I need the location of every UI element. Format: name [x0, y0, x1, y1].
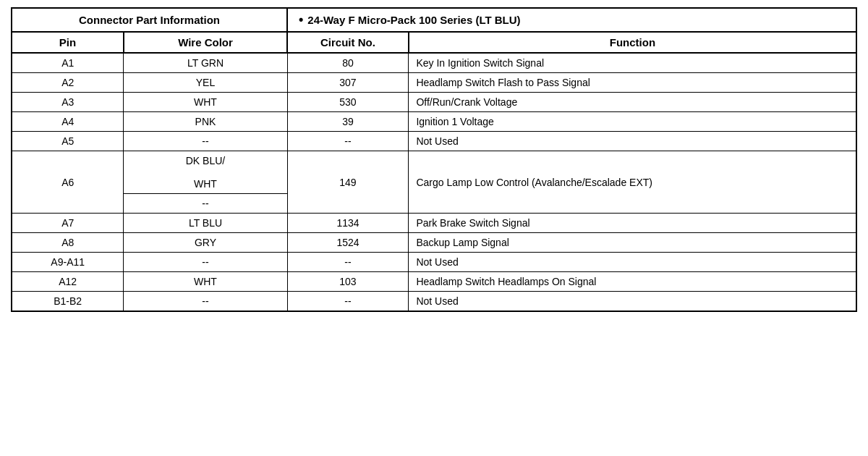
function-cell: Park Brake Switch Signal [409, 214, 856, 233]
circuit-no-cell: -- [287, 132, 409, 151]
table-row: A8GRY1524Backup Lamp Signal [12, 233, 856, 253]
table-row: A6DK BLU/WHT149Cargo Lamp Low Control (A… [12, 151, 856, 194]
table-row: B1-B2----Not Used [12, 292, 856, 312]
circuit-no-cell: 39 [287, 112, 409, 132]
circuit-no-cell: -- [287, 292, 409, 312]
circuit-no-column-header: Circuit No. [287, 32, 409, 53]
function-cell: Ignition 1 Voltage [409, 112, 856, 132]
wire-color-cell: WHT [124, 272, 287, 292]
wire-color-cell: LT BLU [124, 214, 287, 233]
pin-cell: A8 [12, 233, 124, 253]
wire-color-cell: DK BLU/WHT [124, 151, 287, 194]
function-cell: Not Used [409, 292, 856, 312]
wire-color-cell: GRY [124, 233, 287, 253]
wire-color-cell: -- [124, 292, 287, 312]
wire-color-column-header: Wire Color [124, 32, 287, 53]
pin-cell: A6 [12, 151, 124, 214]
function-cell: Headlamp Switch Flash to Pass Signal [409, 73, 856, 93]
table-row: A4PNK39Ignition 1 Voltage [12, 112, 856, 132]
wire-color-cell: -- [124, 253, 287, 272]
circuit-no-cell: 1134 [287, 214, 409, 233]
pin-cell: A3 [12, 93, 124, 112]
connector-table: Connector Part Information • 24-Way F Mi… [11, 7, 857, 312]
circuit-no-cell: 307 [287, 73, 409, 93]
table-row: A2YEL307Headlamp Switch Flash to Pass Si… [12, 73, 856, 93]
pin-cell: A5 [12, 132, 124, 151]
connector-part-info-header: Connector Part Information [12, 8, 287, 32]
function-cell: Cargo Lamp Low Control (Avalanche/Escala… [409, 151, 856, 214]
circuit-no-cell: -- [287, 253, 409, 272]
wire-color-cell: YEL [124, 73, 287, 93]
table-row: A12WHT103Headlamp Switch Headlamps On Si… [12, 272, 856, 292]
table-row: A9-A11----Not Used [12, 253, 856, 272]
circuit-no-cell: 1524 [287, 233, 409, 253]
column-headers-row: Pin Wire Color Circuit No. Function [12, 32, 856, 53]
circuit-no-cell: 149 [287, 151, 409, 214]
pin-cell: A12 [12, 272, 124, 292]
function-cell: Key In Ignition Switch Signal [409, 53, 856, 73]
circuit-no-cell: 103 [287, 272, 409, 292]
table-row: A5----Not Used [12, 132, 856, 151]
function-column-header: Function [409, 32, 856, 53]
function-cell: Backup Lamp Signal [409, 233, 856, 253]
top-header-row: Connector Part Information • 24-Way F Mi… [12, 8, 856, 32]
wire-color-cell: PNK [124, 112, 287, 132]
pin-cell: A9-A11 [12, 253, 124, 272]
series-label: 24-Way F Micro-Pack 100 Series (LT BLU) [307, 14, 520, 26]
pin-column-header: Pin [12, 32, 124, 53]
function-cell: Headlamp Switch Headlamps On Signal [409, 272, 856, 292]
pin-cell: A4 [12, 112, 124, 132]
circuit-no-cell: 80 [287, 53, 409, 73]
wire-color-cell: WHT [124, 93, 287, 112]
circuit-no-cell: 530 [287, 93, 409, 112]
function-cell: Not Used [409, 132, 856, 151]
wire-color-cell: -- [124, 132, 287, 151]
wire-color-cell: LT GRN [124, 53, 287, 73]
function-cell: Off/Run/Crank Voltage [409, 93, 856, 112]
pin-cell: A2 [12, 73, 124, 93]
pin-cell: B1-B2 [12, 292, 124, 312]
pin-cell: A7 [12, 214, 124, 233]
function-cell: Not Used [409, 253, 856, 272]
table-row: A3WHT530Off/Run/Crank Voltage [12, 93, 856, 112]
series-info-header: • 24-Way F Micro-Pack 100 Series (LT BLU… [287, 8, 856, 32]
table-row: A1LT GRN80Key In Ignition Switch Signal [12, 53, 856, 73]
bullet-icon: • [299, 12, 303, 28]
wire-color-cell: -- [124, 194, 287, 214]
pin-cell: A1 [12, 53, 124, 73]
page-wrapper: Connector Part Information • 24-Way F Mi… [0, 0, 868, 319]
table-row: A7LT BLU1134Park Brake Switch Signal [12, 214, 856, 233]
table-body: A1LT GRN80Key In Ignition Switch SignalA… [12, 53, 856, 311]
